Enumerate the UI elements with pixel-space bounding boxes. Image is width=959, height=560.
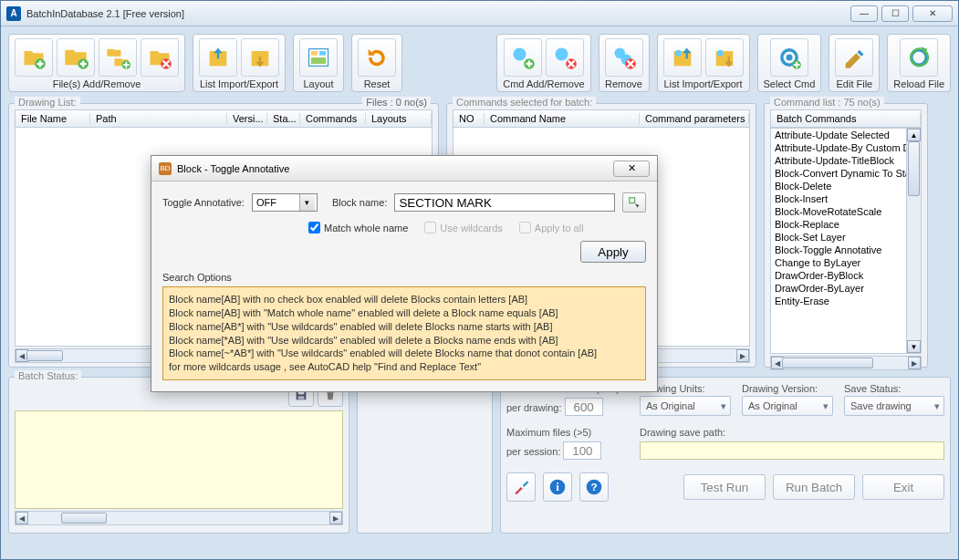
apply-all-checkbox[interactable]: Apply to all: [519, 222, 584, 233]
reset-button[interactable]: [358, 38, 396, 77]
blockname-input[interactable]: [394, 193, 615, 212]
cmd-add-remove-label: Cmd Add/Remove: [503, 78, 584, 89]
dialog-title: Block - Toggle Annotative: [177, 163, 289, 174]
command-list-item[interactable]: Block-Delete: [771, 180, 921, 192]
units-combo[interactable]: As Original: [640, 396, 731, 416]
dialog-close-button[interactable]: ✕: [613, 161, 650, 177]
status-hscroll[interactable]: ◀ ▶: [15, 511, 343, 525]
command-list-item[interactable]: DrawOrder-ByLayer: [771, 282, 921, 295]
svg-rect-5: [311, 51, 318, 56]
remove-file-button[interactable]: [141, 38, 179, 77]
app-window: A BatchInDatabase 2.1 [Free version] — ☐…: [0, 0, 959, 560]
scroll-thumb[interactable]: [61, 513, 107, 524]
exit-button[interactable]: Exit: [862, 474, 944, 500]
timeout-input[interactable]: [565, 398, 603, 416]
command-list-item[interactable]: Change to ByLayer: [771, 256, 921, 269]
command-list-item[interactable]: Attribute-Update-By Custom Dat: [771, 141, 921, 154]
command-list-item[interactable]: Entity-Erase: [771, 295, 921, 307]
scroll-thumb[interactable]: [26, 350, 63, 361]
remove-all-button[interactable]: [605, 38, 643, 77]
command-list-item[interactable]: Block-MoveRotateScale: [771, 205, 921, 218]
col-batchcmds[interactable]: Batch Commands: [771, 113, 921, 124]
dialog-icon: BD: [159, 162, 172, 175]
cmd-add-remove-group: Cmd Add/Remove: [496, 34, 590, 92]
savestatus-combo[interactable]: Save drawing: [844, 396, 944, 416]
cmd-add-button[interactable]: [504, 38, 542, 77]
files-group: File(s) Add/Remove: [8, 34, 185, 92]
list-import-button[interactable]: [199, 38, 237, 77]
col-layouts[interactable]: Layouts: [366, 113, 432, 124]
apply-button[interactable]: Apply: [580, 241, 646, 263]
version-combo[interactable]: As Original: [742, 396, 833, 416]
col-no[interactable]: NO: [453, 113, 485, 124]
reload-file-button[interactable]: [900, 38, 938, 77]
cmdlist-vscroll[interactable]: ▲ ▼: [906, 129, 921, 353]
edit-file-group: Edit File: [829, 34, 880, 92]
maximize-button[interactable]: ☐: [881, 5, 909, 22]
maxfiles-input[interactable]: [563, 441, 601, 460]
help-button[interactable]: ?: [579, 472, 609, 502]
cmdlist-hscroll[interactable]: ◀ ▶: [770, 356, 922, 370]
test-run-button[interactable]: Test Run: [683, 474, 766, 500]
scroll-up-icon[interactable]: ▲: [907, 129, 921, 141]
version-label: Drawing Version:: [742, 383, 833, 394]
add-folder-button[interactable]: [57, 38, 95, 77]
scroll-right-icon[interactable]: ▶: [329, 512, 342, 524]
col-params[interactable]: Command parameters: [640, 113, 749, 124]
command-list-item[interactable]: Block-Insert: [771, 192, 921, 205]
match-whole-checkbox[interactable]: Match whole name: [308, 222, 408, 233]
col-commands[interactable]: Commands: [300, 113, 366, 124]
col-cmdname[interactable]: Command Name: [485, 113, 640, 124]
col-version[interactable]: Versi...: [227, 113, 267, 124]
command-list-item[interactable]: DrawOrder-ByBlock: [771, 269, 921, 282]
add-file-button[interactable]: [15, 38, 53, 77]
scroll-right-icon[interactable]: ▶: [736, 349, 749, 362]
cmd-list-legend: Command list : 75 no(s): [770, 97, 884, 108]
command-list-item[interactable]: Block-Set Layer: [771, 231, 921, 244]
layout-group: Layout: [293, 34, 344, 92]
savepath-input[interactable]: [640, 441, 944, 460]
scroll-thumb[interactable]: [908, 141, 920, 196]
run-batch-button[interactable]: Run Batch: [773, 474, 855, 500]
layout-button[interactable]: [299, 38, 338, 77]
command-list-item[interactable]: Block-Replace: [771, 218, 921, 231]
svg-point-18: [786, 55, 792, 61]
command-list-item[interactable]: Block-Convert Dynamic To Stat: [771, 167, 921, 180]
select-cmd-button[interactable]: [770, 38, 808, 77]
toggle-combo[interactable]: OFF: [252, 193, 318, 212]
edit-file-button[interactable]: [835, 38, 873, 77]
col-status[interactable]: Sta...: [267, 113, 300, 124]
list-export-button[interactable]: [241, 38, 279, 77]
use-wildcards-checkbox[interactable]: Use wildcards: [424, 222, 502, 233]
status-text-area[interactable]: [15, 410, 343, 509]
svg-text:?: ?: [590, 481, 597, 493]
scroll-right-icon[interactable]: ▶: [908, 357, 921, 369]
command-list-item[interactable]: Attribute-Update Selected: [771, 129, 921, 141]
cmd-remove-button[interactable]: [546, 38, 584, 77]
col-filename[interactable]: File Name: [16, 113, 90, 124]
add-subfolder-button[interactable]: [99, 38, 137, 77]
scroll-left-icon[interactable]: ◀: [16, 512, 28, 524]
minimize-button[interactable]: —: [850, 5, 878, 22]
col-path[interactable]: Path: [90, 113, 227, 124]
command-list-item[interactable]: Block-Toggle Annotative: [771, 244, 921, 256]
help-text: Block name[AB] with no check box enabled…: [162, 286, 646, 380]
select-cmd-label: Select Cmd: [764, 78, 816, 89]
svg-rect-7: [311, 57, 326, 64]
pick-block-button[interactable]: [622, 192, 646, 213]
cmd-import-button[interactable]: [663, 38, 702, 77]
scroll-thumb[interactable]: [782, 358, 873, 368]
window-title: BatchInDatabase 2.1 [Free version]: [26, 8, 847, 19]
list-io-group: List Import/Export: [193, 34, 286, 92]
scroll-down-icon[interactable]: ▼: [907, 340, 921, 353]
tools-button[interactable]: [506, 472, 536, 502]
cmd-export-button[interactable]: [705, 38, 744, 77]
cmd-sel-header: NO Command Name Command parameters: [453, 109, 750, 128]
cmd-io-group: List Import/Export: [657, 34, 750, 92]
command-list[interactable]: Attribute-Update SelectedAttribute-Updat…: [770, 128, 922, 354]
close-button[interactable]: ✕: [912, 5, 953, 22]
cmd-io-label: List Import/Export: [663, 78, 742, 89]
remove-label: Remove: [605, 78, 642, 89]
info-button[interactable]: i: [543, 472, 572, 502]
command-list-item[interactable]: Attribute-Update-TitleBlock: [771, 154, 921, 167]
